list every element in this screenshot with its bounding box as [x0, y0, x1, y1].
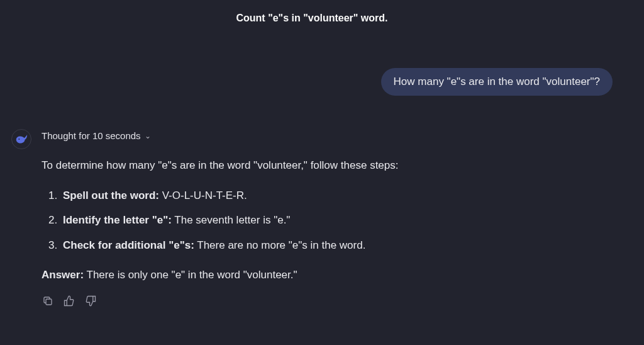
thumbs-up-button[interactable]: [63, 295, 75, 307]
thought-label: Thought for 10 seconds: [42, 130, 141, 141]
list-item: Check for additional "e"s: There are no …: [60, 237, 613, 254]
copy-button[interactable]: [42, 295, 54, 307]
page-title: Count "e"s in "volunteer" word.: [11, 13, 613, 24]
assistant-avatar: [11, 129, 31, 149]
answer-text: There is only one "e" in the word "volun…: [84, 269, 297, 281]
chevron-down-icon: ⌄: [145, 132, 151, 140]
step-bold: Spell out the word:: [63, 189, 159, 201]
user-message-bubble: How many "e"s are in the word "volunteer…: [381, 68, 613, 96]
svg-rect-1: [46, 299, 52, 305]
step-rest: V-O-L-U-N-T-E-R.: [159, 189, 247, 201]
steps-list: Spell out the word: V-O-L-U-N-T-E-R. Ide…: [60, 188, 613, 254]
answer-label: Answer:: [42, 269, 84, 281]
list-item: Spell out the word: V-O-L-U-N-T-E-R.: [60, 188, 613, 204]
thumbs-up-icon: [64, 295, 75, 307]
copy-icon: [42, 295, 53, 307]
assistant-message-row: Thought for 10 seconds ⌄ To determine ho…: [11, 130, 613, 307]
svg-point-0: [18, 139, 19, 140]
list-item: Identify the letter "e": The seventh let…: [60, 212, 613, 229]
thought-toggle[interactable]: Thought for 10 seconds ⌄: [42, 130, 613, 141]
message-actions: [42, 295, 613, 307]
thumbs-down-icon: [85, 295, 96, 307]
answer-line: Answer: There is only one "e" in the wor…: [42, 267, 613, 283]
thumbs-down-button[interactable]: [84, 295, 97, 307]
assistant-content: Thought for 10 seconds ⌄ To determine ho…: [42, 130, 613, 307]
step-rest: The seventh letter is "e.": [172, 214, 290, 226]
step-bold: Identify the letter "e":: [63, 214, 172, 226]
whale-icon: [14, 132, 28, 146]
step-rest: There are no more "e"s in the word.: [194, 239, 366, 251]
step-bold: Check for additional "e"s:: [63, 239, 194, 251]
user-message-row: How many "e"s are in the word "volunteer…: [11, 68, 613, 96]
response-intro: To determine how many "e"s are in the wo…: [42, 157, 613, 174]
